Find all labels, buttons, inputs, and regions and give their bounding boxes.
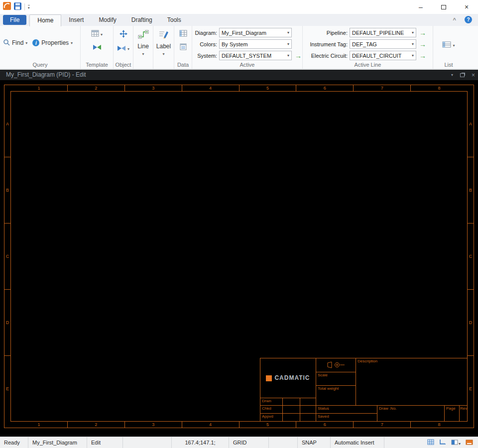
- titleblock-empty-cell: [282, 413, 300, 421]
- application-window: ▾ – × File Home Insert Modify Drafting T…: [0, 0, 478, 448]
- ruler-label: 2: [67, 85, 124, 91]
- status-spacer: [123, 437, 172, 448]
- document-close-button[interactable]: ×: [472, 72, 475, 79]
- grid-settings-icon[interactable]: [427, 439, 434, 446]
- chevron-down-icon: ▾: [287, 30, 289, 35]
- apply-instrument-arrow-icon[interactable]: →: [419, 41, 426, 48]
- ruler-label: 2: [67, 422, 124, 428]
- chevron-down-icon: ▾: [412, 53, 414, 58]
- bowtie-valve-icon: [117, 44, 126, 53]
- object-symbol-button[interactable]: ▾: [117, 44, 129, 53]
- quick-access-toolbar: ▾: [3, 2, 30, 12]
- template-table-button[interactable]: ▾: [91, 30, 103, 39]
- toolbar-divider: [24, 3, 25, 10]
- find-button[interactable]: Find ▾: [3, 39, 27, 47]
- titleblock-logo-cell: CADMATIC: [260, 358, 316, 398]
- list-button[interactable]: ▾: [442, 41, 455, 50]
- apply-circuit-arrow-icon[interactable]: →: [419, 52, 426, 59]
- help-icon[interactable]: ?: [465, 16, 472, 23]
- group-active-line: Pipeline: DEFAULT_PIPELINE ▾ → Instrumen…: [303, 26, 433, 69]
- titleblock-total-weight-cell: Total weight: [316, 385, 356, 405]
- data-table-icon: [179, 30, 187, 38]
- properties-button[interactable]: i Properties ▾: [32, 39, 73, 46]
- ribbon-collapse-icon[interactable]: ^: [453, 17, 456, 23]
- close-button[interactable]: ×: [455, 0, 478, 14]
- titleblock-empty-cell: [300, 413, 316, 421]
- data-report-button[interactable]: [180, 43, 187, 52]
- system-value: DEFAULT_SYSTEM: [222, 53, 286, 59]
- document-titlebar[interactable]: My_First_Diagram (PID) - Edit ▾ ×: [0, 70, 478, 80]
- tab-home[interactable]: Home: [29, 14, 61, 26]
- group-template: ▾ Template: [81, 26, 114, 69]
- ruler-icon[interactable]: [439, 439, 446, 446]
- electric-circuit-field-label: Electric Circuit:: [303, 53, 348, 59]
- group-label-data: Data: [174, 62, 192, 68]
- chevron-down-icon: ▾: [287, 53, 289, 58]
- chevron-down-icon: ▾: [25, 41, 27, 45]
- document-restore-button[interactable]: [460, 72, 465, 79]
- ribbon: Find ▾ i Properties ▾ Query ▾: [0, 26, 478, 69]
- titleblock-drawno-cell: Draw .No.: [377, 405, 444, 421]
- titleblock-appvd-label: Appvd: [260, 413, 282, 421]
- maximize-button[interactable]: [432, 0, 455, 14]
- bowtie-valve-icon: [93, 43, 102, 52]
- save-button[interactable]: [14, 2, 21, 12]
- ruler-label: 7: [353, 422, 410, 428]
- tab-tools[interactable]: Tools: [160, 14, 189, 25]
- status-coordinates: 167.4;147.1;: [172, 437, 229, 448]
- apply-pipeline-arrow-icon[interactable]: →: [419, 29, 426, 36]
- move-object-button[interactable]: [120, 30, 127, 40]
- titleblock-empty-cell: [300, 405, 316, 413]
- titleblock-chkd-label: Chkd: [260, 405, 282, 413]
- cadmatic-logo-icon: [266, 375, 272, 381]
- instrument-tag-select[interactable]: DEF_TAG ▾: [350, 39, 416, 49]
- status-spacer: [384, 437, 427, 448]
- tab-drafting[interactable]: Drafting: [124, 14, 160, 25]
- quick-access-dropdown-icon[interactable]: ▾: [28, 5, 30, 9]
- colors-select[interactable]: By System ▾: [219, 39, 292, 49]
- ruler-label: E: [4, 355, 10, 422]
- apply-system-arrow-icon[interactable]: →: [295, 52, 302, 59]
- data-table-button[interactable]: [179, 30, 187, 39]
- chevron-down-icon: ▾: [127, 47, 129, 51]
- tab-modify[interactable]: Modify: [91, 14, 123, 25]
- ruler-label: D: [468, 289, 474, 355]
- chevron-down-icon: ▾: [412, 30, 414, 35]
- snap-toggle[interactable]: SNAP: [298, 437, 331, 448]
- template-table-icon: [91, 30, 99, 39]
- ruler-label: A: [4, 91, 10, 157]
- ribbon-tab-strip: File Home Insert Modify Drafting Tools ^…: [0, 14, 478, 26]
- label-pencil-icon: [158, 29, 169, 41]
- titleblock-drwn-label: Drwn: [260, 398, 282, 405]
- electric-circuit-value: DEFAULT_CIRCUIT: [352, 53, 410, 59]
- titlebar: ▾ – ×: [0, 0, 478, 14]
- ruler-label: 5: [239, 85, 296, 91]
- line-button[interactable]: Line ▾: [133, 26, 153, 69]
- app-icon[interactable]: [3, 2, 11, 12]
- pipeline-select[interactable]: DEFAULT_PIPELINE ▾: [350, 28, 416, 37]
- chevron-down-icon: ▾: [412, 42, 414, 46]
- tab-file[interactable]: File: [3, 15, 26, 25]
- instrument-tag-field-label: Instrument Tag:: [303, 41, 348, 47]
- chevron-down-icon: ▾: [287, 42, 289, 46]
- tab-insert[interactable]: Insert: [61, 14, 91, 25]
- pipeline-value: DEFAULT_PIPELINE: [352, 30, 410, 36]
- diagram-select[interactable]: My_First_Diagram ▾: [219, 28, 292, 37]
- ruler-label: 7: [353, 85, 410, 91]
- group-data: Data: [174, 26, 192, 69]
- label-button[interactable]: Label ▾: [153, 26, 174, 69]
- document-menu-caret-icon[interactable]: ▾: [451, 73, 453, 77]
- grid-toggle[interactable]: GRID: [229, 437, 269, 448]
- display-icon[interactable]: [466, 440, 473, 446]
- status-diagram-name: My_First_Diagram: [28, 437, 87, 448]
- system-select[interactable]: DEFAULT_SYSTEM ▾: [219, 51, 292, 60]
- drawing-canvas[interactable]: 1 2 3 4 5 6 7 8 1 2 3 4 5 6 7 8 A B: [0, 80, 478, 437]
- chevron-down-icon: ▾: [101, 32, 103, 37]
- diagram-value: My_First_Diagram: [222, 30, 286, 36]
- template-symbol-button[interactable]: [93, 43, 102, 52]
- view-split-button[interactable]: ▾: [451, 440, 461, 446]
- minimize-button[interactable]: –: [409, 0, 432, 14]
- automatic-insert-toggle[interactable]: Automatic Insert: [331, 437, 384, 448]
- ruler-label: 1: [10, 85, 67, 91]
- electric-circuit-select[interactable]: DEFAULT_CIRCUIT ▾: [350, 51, 416, 60]
